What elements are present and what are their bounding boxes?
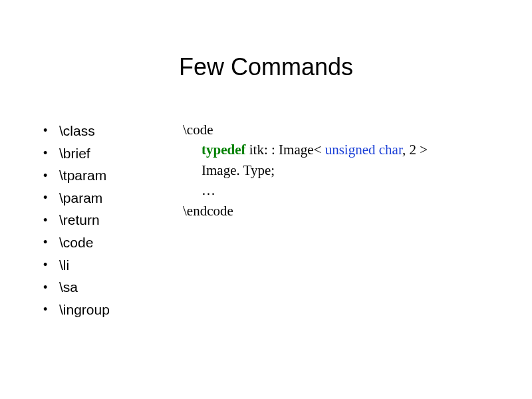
command-text: \return (59, 209, 100, 231)
code-line: typedef itk: : Image< unsigned char, 2 > (183, 140, 428, 160)
bullet-icon: • (43, 211, 59, 230)
code-close: \endcode (183, 201, 428, 221)
command-text: \li (59, 254, 69, 277)
bullet-icon: • (43, 121, 59, 140)
list-item: • \tparam (43, 164, 183, 187)
bullet-icon: • (43, 278, 59, 297)
list-item: • \class (43, 120, 183, 142)
slide-content: • \class • \brief • \tparam • \param • \… (43, 120, 428, 321)
list-item: • \li (43, 254, 183, 277)
list-item: • \return (43, 209, 183, 231)
code-line: Image. Type; (183, 160, 428, 180)
code-open: \code (183, 120, 428, 140)
command-text: \class (59, 120, 95, 142)
list-item: • \code (43, 231, 183, 254)
bullet-icon: • (43, 144, 59, 163)
slide-title: Few Commands (0, 53, 532, 81)
command-text: \ingroup (59, 299, 110, 321)
code-example: \code typedef itk: : Image< unsigned cha… (183, 120, 428, 221)
bullet-icon: • (43, 166, 59, 186)
keyword-type: unsigned char (325, 142, 402, 158)
commands-list-column: • \class • \brief • \tparam • \param • \… (43, 120, 183, 321)
commands-list: • \class • \brief • \tparam • \param • \… (43, 120, 183, 321)
bullet-icon: • (43, 233, 59, 252)
code-ellipsis: … (183, 180, 428, 200)
list-item: • \ingroup (43, 299, 183, 321)
keyword-typedef: typedef (201, 142, 246, 158)
list-item: • \param (43, 187, 183, 209)
command-text: \tparam (59, 164, 106, 187)
list-item: • \brief (43, 142, 183, 165)
command-text: \code (59, 231, 93, 254)
bullet-icon: • (43, 255, 59, 275)
code-text: , 2 > (402, 142, 428, 158)
bullet-icon: • (43, 300, 59, 319)
code-text: itk: : Image< (246, 142, 325, 158)
command-text: \brief (59, 142, 90, 165)
list-item: • \sa (43, 276, 183, 299)
command-text: \param (59, 187, 102, 209)
command-text: \sa (59, 276, 78, 299)
bullet-icon: • (43, 188, 59, 207)
